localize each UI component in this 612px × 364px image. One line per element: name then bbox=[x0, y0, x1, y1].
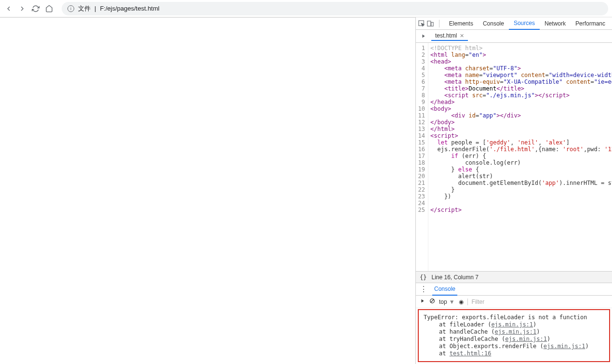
address-path: F:/ejs/pages/test.html bbox=[100, 5, 160, 12]
line-gutter: 1234567891011121314151617181920212223242… bbox=[416, 43, 428, 271]
file-tab-test[interactable]: test.html ✕ bbox=[431, 31, 468, 41]
home-button[interactable] bbox=[44, 4, 54, 13]
sources-file-bar: test.html ✕ bbox=[416, 30, 612, 43]
sidebar-toggle-icon[interactable] bbox=[420, 298, 426, 305]
file-tab-label: test.html bbox=[435, 32, 457, 39]
stack-link[interactable]: test.html:16 bbox=[450, 350, 492, 357]
cursor-position: Line 16, Column 7 bbox=[431, 274, 478, 281]
code-editor[interactable]: 1234567891011121314151617181920212223242… bbox=[416, 43, 612, 271]
console-drawer: ⋮ Console top▼ ◉ Filter TypeError: expor… bbox=[416, 283, 612, 364]
console-toolbar: top▼ ◉ Filter bbox=[416, 296, 612, 308]
format-icon[interactable]: {} bbox=[420, 274, 426, 281]
stack-link[interactable]: ejs.min.js:1 bbox=[495, 328, 537, 335]
devtools-tab-console[interactable]: Console bbox=[478, 17, 509, 30]
address-separator: | bbox=[94, 5, 96, 12]
browser-toolbar: i 文件 | F:/ejs/pages/test.html bbox=[0, 0, 612, 17]
code-content[interactable]: <!DOCTYPE html><html lang="en"><head> <m… bbox=[428, 43, 612, 271]
page-viewport bbox=[0, 17, 415, 364]
console-tab[interactable]: Console bbox=[432, 283, 457, 296]
live-expression-icon[interactable]: ◉ bbox=[459, 299, 464, 305]
devtools-tab-network[interactable]: Network bbox=[540, 17, 571, 30]
stack-link[interactable]: ejs.min.js:1 bbox=[505, 336, 547, 342]
forward-button[interactable] bbox=[17, 4, 27, 13]
device-toggle-icon[interactable] bbox=[426, 19, 434, 28]
error-stack: at fileLoader (ejs.min.js:1)at handleCac… bbox=[424, 321, 604, 357]
devtools-panel: ElementsConsoleSourcesNetworkPerformanc … bbox=[415, 17, 612, 364]
info-icon: i bbox=[67, 5, 74, 12]
stack-frame: at Object.exports.renderFile (ejs.min.js… bbox=[424, 343, 604, 350]
context-selector[interactable]: top▼ bbox=[439, 299, 455, 305]
address-bar[interactable]: i 文件 | F:/ejs/pages/test.html bbox=[62, 2, 608, 15]
address-file-label: 文件 bbox=[78, 4, 91, 13]
error-message: TypeError: exports.fileLoader is not a f… bbox=[424, 314, 604, 321]
close-icon[interactable]: ✕ bbox=[460, 33, 464, 39]
devtools-header: ElementsConsoleSourcesNetworkPerformanc bbox=[416, 17, 612, 30]
drawer-menu-icon[interactable]: ⋮ bbox=[420, 285, 427, 294]
devtools-tab-sources[interactable]: Sources bbox=[509, 17, 540, 30]
filter-input[interactable]: Filter bbox=[472, 299, 485, 305]
console-error: TypeError: exports.fileLoader is not a f… bbox=[418, 309, 610, 362]
devtools-tabs: ElementsConsoleSourcesNetworkPerformanc bbox=[444, 17, 610, 30]
stack-frame: at handleCache (ejs.min.js:1) bbox=[424, 328, 604, 336]
reload-button[interactable] bbox=[31, 4, 40, 13]
svg-rect-2 bbox=[431, 22, 433, 26]
svg-rect-1 bbox=[427, 21, 431, 26]
devtools-tab-performanc[interactable]: Performanc bbox=[571, 17, 610, 30]
stack-frame: at test.html:16 bbox=[424, 350, 604, 357]
inspect-icon[interactable] bbox=[418, 19, 426, 28]
clear-console-icon[interactable] bbox=[429, 298, 435, 305]
stack-link[interactable]: ejs.min.js:1 bbox=[544, 343, 585, 350]
stack-frame: at tryHandleCache (ejs.min.js:1) bbox=[424, 336, 604, 343]
devtools-tab-elements[interactable]: Elements bbox=[444, 17, 478, 30]
console-header: ⋮ Console bbox=[416, 283, 612, 296]
editor-status-bar: {} Line 16, Column 7 bbox=[416, 271, 612, 283]
back-button[interactable] bbox=[4, 4, 13, 13]
navigator-toggle-icon[interactable] bbox=[419, 31, 428, 41]
stack-link[interactable]: ejs.min.js:1 bbox=[491, 321, 533, 328]
stack-frame: at fileLoader (ejs.min.js:1) bbox=[424, 321, 604, 328]
